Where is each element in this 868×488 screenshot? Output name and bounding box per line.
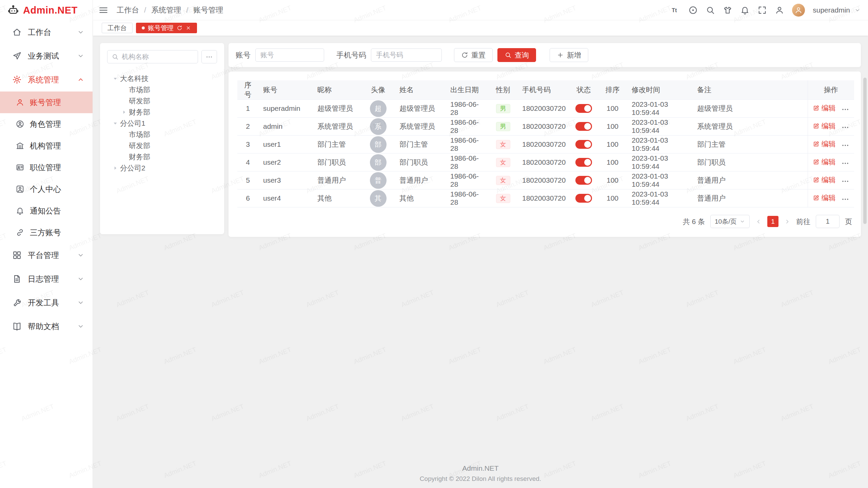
- org-search-input[interactable]: [122, 53, 194, 61]
- status-toggle[interactable]: [575, 176, 592, 185]
- phone-input[interactable]: [371, 48, 442, 62]
- add-button[interactable]: 新增: [550, 48, 588, 62]
- tree-node[interactable]: 市场部: [107, 129, 217, 140]
- status-toggle[interactable]: [575, 158, 592, 167]
- next-page-button[interactable]: [784, 218, 791, 225]
- tree-more-button[interactable]: [201, 50, 217, 63]
- reset-button[interactable]: 重置: [454, 48, 493, 62]
- sidebar-item[interactable]: 平台管理: [0, 243, 93, 267]
- tree-search-row: [107, 50, 217, 63]
- search-icon[interactable]: [706, 5, 715, 15]
- caret-placeholder: [121, 131, 127, 138]
- sidebar-item[interactable]: 系统管理: [0, 68, 93, 92]
- edit-button[interactable]: 编辑: [813, 157, 836, 167]
- user-avatar[interactable]: [792, 4, 805, 17]
- more-actions-button[interactable]: [841, 177, 849, 185]
- notification-bell-icon[interactable]: [740, 5, 750, 15]
- tab-close-icon[interactable]: [185, 25, 191, 31]
- row-avatar: 部: [370, 136, 387, 153]
- brand-logo[interactable]: Admin.NET: [0, 0, 93, 20]
- sidebar-subitem-label: 角色管理: [30, 119, 61, 129]
- status-toggle[interactable]: [575, 194, 592, 203]
- position-icon: [16, 163, 24, 172]
- caret-right-icon[interactable]: [112, 165, 118, 171]
- scrollbar-thumb[interactable]: [863, 78, 867, 224]
- edit-button[interactable]: 编辑: [813, 121, 836, 131]
- edit-button[interactable]: 编辑: [813, 193, 836, 203]
- cell-actions: 编辑: [808, 100, 854, 118]
- theme-dot-icon[interactable]: [688, 5, 698, 15]
- sidebar-subitem[interactable]: 个人中心: [0, 178, 93, 200]
- tree-node-label: 市场部: [129, 85, 150, 95]
- cell-account: superadmin: [258, 100, 313, 118]
- sidebar-item[interactable]: 日志管理: [0, 267, 93, 291]
- sidebar-subitem[interactable]: 通知公告: [0, 200, 93, 222]
- tree-node[interactable]: 研发部: [107, 140, 217, 151]
- search-button[interactable]: 查询: [497, 48, 536, 62]
- sidebar-subitem[interactable]: 三方账号: [0, 222, 93, 243]
- sidebar-item[interactable]: 帮助文档: [0, 314, 93, 338]
- tree-node[interactable]: 大名科技: [107, 73, 217, 84]
- edit-icon: [813, 177, 820, 183]
- caret-down-icon[interactable]: [112, 120, 118, 126]
- tree-node[interactable]: 财务部: [107, 151, 217, 162]
- tab-refresh-icon[interactable]: [177, 25, 182, 31]
- edit-button[interactable]: 编辑: [813, 175, 836, 185]
- edit-icon: [813, 141, 820, 147]
- sidebar-subitem[interactable]: 账号管理: [0, 92, 93, 113]
- edit-icon: [813, 195, 820, 201]
- user-icon[interactable]: [775, 5, 784, 15]
- sidebar-item[interactable]: 业务测试: [0, 44, 93, 68]
- status-toggle[interactable]: [575, 122, 592, 131]
- prev-page-button[interactable]: [755, 218, 762, 225]
- tab-0[interactable]: 工作台: [102, 23, 133, 33]
- edit-button[interactable]: 编辑: [813, 139, 836, 149]
- tree-node[interactable]: 分公司2: [107, 162, 217, 174]
- more-actions-button[interactable]: [841, 141, 849, 149]
- user-menu-chevron-down-icon[interactable]: [854, 7, 861, 13]
- more-actions-button[interactable]: [841, 195, 849, 203]
- edit-button[interactable]: 编辑: [813, 103, 836, 113]
- sidebar-subitem[interactable]: 角色管理: [0, 113, 93, 135]
- sidebar-subitem[interactable]: 职位管理: [0, 157, 93, 178]
- goto-page-input[interactable]: [816, 215, 840, 228]
- cell-gender: 男: [489, 100, 517, 118]
- breadcrumb-item[interactable]: 系统管理: [151, 5, 181, 15]
- toggle-knob: [584, 123, 591, 130]
- sidebar-item-label: 业务测试: [28, 51, 77, 61]
- cell-sort: 100: [598, 171, 627, 189]
- tree-node[interactable]: 市场部: [107, 84, 217, 95]
- right-column: 账号 手机号码 重置 查询 新增: [229, 43, 861, 237]
- query-form: 账号 手机号码 重置 查询 新增: [229, 43, 861, 67]
- tab-1[interactable]: 账号管理: [136, 23, 197, 33]
- username[interactable]: superadmin: [813, 6, 850, 14]
- skin-theme-icon[interactable]: [723, 5, 732, 15]
- tree-node-label: 市场部: [129, 130, 150, 139]
- hamburger-menu-icon[interactable]: [98, 5, 108, 15]
- breadcrumb-item[interactable]: 工作台: [117, 5, 139, 15]
- caret-down-icon[interactable]: [112, 76, 118, 82]
- sidebar-item[interactable]: 工作台: [0, 20, 93, 44]
- gender-badge: 女: [496, 194, 510, 203]
- page-size-select[interactable]: 10条/页: [710, 215, 750, 228]
- font-size-icon[interactable]: Tt: [671, 5, 680, 15]
- sidebar-item[interactable]: 开发工具: [0, 291, 93, 314]
- tree-node[interactable]: 研发部: [107, 95, 217, 106]
- page-number-1[interactable]: 1: [767, 216, 778, 227]
- more-actions-button[interactable]: [841, 123, 849, 131]
- tree-node[interactable]: 分公司1: [107, 118, 217, 129]
- caret-right-icon[interactable]: [121, 109, 127, 115]
- fullscreen-icon[interactable]: [757, 5, 767, 15]
- more-actions-button[interactable]: [841, 105, 849, 114]
- cell-name: 超级管理员: [395, 100, 446, 118]
- more-actions-button[interactable]: [841, 159, 849, 167]
- status-toggle[interactable]: [575, 104, 592, 113]
- sidebar-item-label: 系统管理: [28, 75, 77, 85]
- caret-placeholder: [121, 98, 127, 104]
- tree-node[interactable]: 财务部: [107, 106, 217, 118]
- table-row: 5 user3 普通用户 普 普通用户 1986-06-28 女 1802003…: [237, 171, 854, 189]
- status-toggle[interactable]: [575, 140, 592, 149]
- breadcrumb-item[interactable]: 账号管理: [193, 5, 223, 15]
- sidebar-subitem[interactable]: 机构管理: [0, 135, 93, 157]
- account-input[interactable]: [255, 48, 324, 62]
